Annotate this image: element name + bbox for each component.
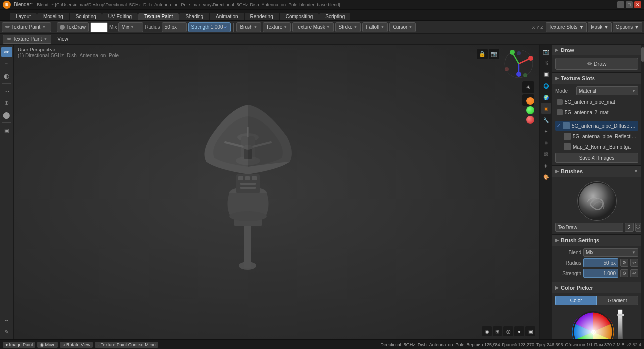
close-button[interactable]: ✕ [634,1,641,8]
ws-tab-animation[interactable]: Animation [210,13,244,20]
save-all-images-btn[interactable]: Save All Images [555,153,638,163]
bs-blend-chevron: ▼ [632,250,636,255]
lock-icon[interactable]: 🔒 [477,49,488,59]
data-tab[interactable]: ◈ [541,160,551,171]
cursor-button[interactable]: Cursor ▼ [389,22,416,32]
view-sub-btn[interactable]: View [53,35,72,44]
brush-name-input[interactable] [555,223,623,232]
viewport[interactable]: User Perspective (1) Directional_5GHz_Di… [14,45,539,339]
draw-button[interactable]: ✏ Draw [555,58,638,70]
mask-btn[interactable]: Mask ▼ [588,22,612,32]
rp-scrollbar[interactable] [641,45,644,339]
draw-section-header[interactable]: ▶ Draw [552,45,641,55]
color-tab[interactable]: Color [555,296,597,305]
bs-strength-icon2[interactable]: ↩ [630,269,638,277]
bs-radius-icon2[interactable]: ↩ [630,259,638,267]
texture-slots-header[interactable]: ▶ Texture Slots [552,73,641,84]
grid-icon[interactable]: ⊞ [493,326,502,336]
blend-select[interactable]: Mix ▼ [118,22,143,32]
blender-logo: B [3,1,11,9]
viewport-nav-icons: 🔒 📷 [477,49,499,59]
texture-slot-2[interactable]: 5G_antenna_2_mat [555,107,638,117]
rp-scrollbar-thumb[interactable] [641,47,644,62]
viewport-gizmo[interactable] [503,49,534,79]
bs-radius-icon1[interactable]: ⚙ [620,259,628,267]
texture-mask-button[interactable]: Texture Mask ▼ [292,22,333,32]
texture-paint-sub-btn[interactable]: ✏ Texture Paint ▼ [3,35,51,44]
brush-name-display[interactable]: TexDraw [57,22,89,32]
falloff-button[interactable]: Falloff ▼ [362,22,388,32]
ws-tab-modeling[interactable]: Modeling [37,13,69,20]
camera-icon[interactable]: 📷 [489,49,499,59]
mode-selector[interactable]: ✏ Texture Paint ▼ [2,22,51,32]
object-tab[interactable]: ▣ [541,103,551,114]
fill-tool-btn[interactable]: ⬤ [1,109,12,120]
image-paint-btn[interactable]: ● Image Paint [3,342,35,348]
ws-tab-rendering[interactable]: Rendering [245,13,279,20]
box-fill-tool-btn[interactable]: ≡ [1,58,12,69]
texture-image-2[interactable]: 5G_antenna_pipe_Reflection.png [555,131,638,141]
lightness-bar[interactable] [618,309,623,339]
gradient-tool-btn[interactable]: ◐ [1,70,12,81]
radius-field[interactable]: 50 px [162,22,187,32]
world-tab[interactable]: 🌍 [541,92,551,102]
transform-btn[interactable]: ↔ [1,314,12,325]
texture-image-3[interactable]: Map_2_Normal_Bump.tga [555,142,638,151]
color-wheel[interactable] [571,309,615,339]
ws-tab-compositing[interactable]: Compositing [280,13,319,20]
color-picker-header[interactable]: ▶ Color Picker [552,282,641,293]
render-icon[interactable]: ▣ [525,326,535,336]
move-btn[interactable]: ◉ Move [37,342,58,348]
svg-point-4 [510,50,515,55]
texture-button[interactable]: Texture ▼ [263,22,291,32]
options-btn[interactable]: Options ▼ [613,22,642,32]
sphere-icon[interactable]: ◎ [503,326,513,336]
texture-slots-btn[interactable]: Texture Slots ▼ [546,22,587,32]
bs-strength-icon1[interactable]: ⚙ [620,269,628,277]
brush-action-btn1[interactable]: 🛡 [635,223,641,232]
draw-tool-btn[interactable]: ✏ [1,47,12,57]
modifier-tab[interactable]: 🔧 [541,114,551,125]
ws-tab-sculpting[interactable]: Sculpting [70,13,102,20]
smear-tool-btn[interactable]: ⋯ [1,86,12,97]
mask-tool-btn[interactable]: ▣ [1,125,12,136]
texture-image-1[interactable]: ✓ 5G_antenna_pipe_Diffuse.png [555,121,638,131]
rotate-view-btn[interactable]: ○ Rotate View [60,342,93,348]
maximize-button[interactable]: □ [626,1,633,8]
ws-tab-uvediting[interactable]: UV Editing [102,13,138,20]
ws-tab-layout[interactable]: Layout [10,13,37,20]
render-tab[interactable]: 📷 [541,46,551,57]
material-tab[interactable]: 🎨 [541,171,551,182]
stroke-button[interactable]: Stroke ▼ [335,22,361,32]
ts-mode-select[interactable]: Material ▼ [576,86,638,95]
mode-label: Texture Paint [11,24,40,30]
clone-tool-btn[interactable]: ⊕ [1,98,12,108]
ws-tab-shading[interactable]: Shading [179,13,209,20]
scene-tab[interactable]: 🌐 [541,80,551,91]
strength-area[interactable]: Strength 1.000 ✓ [188,22,231,32]
brushes-header[interactable]: ▶ Brushes ▼ [552,166,641,177]
overlay-toggle[interactable]: ☀ [522,81,534,93]
color-swatch[interactable] [90,22,108,32]
physics-tab[interactable]: ⚛ [541,137,551,148]
sub-chevron: ▼ [43,37,47,41]
texture-slot-1[interactable]: 5G_antenna_pipe_mat [555,97,638,107]
particle-tab[interactable]: ✦ [541,126,551,137]
bs-strength-field[interactable]: 1.000 [583,269,618,278]
brush-settings-header[interactable]: ▶ Brush Settings [552,235,641,246]
context-menu-btn[interactable]: ○ Texture Paint Context Menu [95,342,158,348]
minimize-button[interactable]: ─ [617,1,624,8]
ws-tab-texturepaint[interactable]: Texture Paint [138,13,179,20]
gradient-tab[interactable]: Gradient [597,296,639,305]
mat-icon[interactable]: ● [514,326,524,336]
annotate-btn[interactable]: ✎ [1,326,12,337]
bs-radius-field[interactable]: 50 px [583,258,618,267]
bs-blend-select[interactable]: Mix ▼ [583,248,638,257]
ws-tab-scripting[interactable]: Scripting [319,13,350,20]
output-tab[interactable]: 🖨 [541,57,551,68]
pie-chart-icon[interactable]: ◉ [482,326,492,336]
constraints-tab[interactable]: ⛓ [541,149,551,159]
view-layer-tab[interactable]: 🔲 [541,69,551,80]
brush-button[interactable]: Brush ▼ [236,22,261,32]
brushes-expand-btn[interactable]: ▼ [634,169,638,174]
